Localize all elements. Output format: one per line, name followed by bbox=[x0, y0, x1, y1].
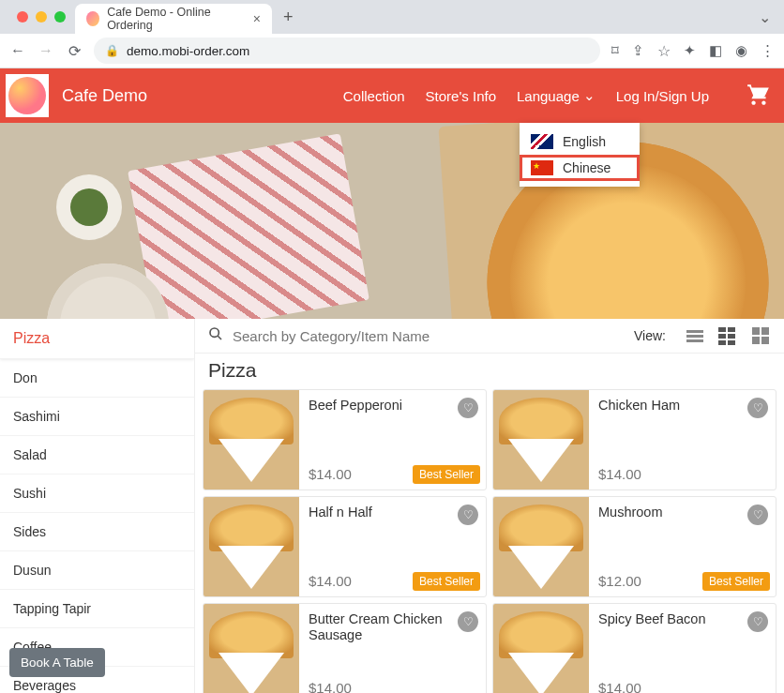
item-price: $14.00 bbox=[309, 680, 476, 693]
item-price: $14.00 bbox=[598, 466, 766, 482]
favorite-button[interactable]: ♡ bbox=[458, 505, 478, 525]
bookmark-icon[interactable]: ☆ bbox=[657, 42, 671, 60]
search-bar: View: bbox=[195, 319, 784, 354]
item-name: Chicken Ham bbox=[598, 398, 766, 414]
item-name: Butter Cream Chicken Sausage bbox=[309, 611, 476, 644]
reload-button[interactable]: ⟳ bbox=[66, 42, 83, 60]
lang-english-label: English bbox=[563, 134, 606, 149]
item-card[interactable]: Mushroom $12.00 ♡ Best Seller bbox=[492, 496, 776, 597]
logo-icon bbox=[8, 77, 46, 114]
item-name: Mushroom bbox=[598, 505, 766, 520]
tab-bar: Cafe Demo - Online Ordering × + ⌄ bbox=[0, 0, 784, 34]
key-icon[interactable]: ⌑ bbox=[611, 42, 619, 59]
lang-chinese-label: Chinese bbox=[563, 160, 611, 175]
close-window-icon[interactable] bbox=[17, 11, 28, 23]
view-compact-icon[interactable] bbox=[718, 327, 737, 345]
favorite-button[interactable]: ♡ bbox=[458, 398, 478, 418]
category-item[interactable]: Dusun bbox=[0, 551, 194, 590]
category-item[interactable]: Sides bbox=[0, 513, 194, 551]
main-panel: View: Pizza Beef Pepperoni $14.00 ♡ Best… bbox=[195, 319, 784, 693]
cart-button[interactable] bbox=[746, 83, 771, 110]
item-name: Half n Half bbox=[309, 505, 476, 520]
lock-icon: 🔒 bbox=[105, 44, 119, 57]
maximize-window-icon[interactable] bbox=[54, 11, 66, 23]
item-badge: Best Seller bbox=[413, 465, 480, 484]
brand-name[interactable]: Cafe Demo bbox=[62, 86, 147, 106]
flag-uk-icon bbox=[531, 134, 553, 149]
menu-icon[interactable]: ⋮ bbox=[761, 42, 775, 59]
profile-icon[interactable]: ◉ bbox=[735, 42, 747, 59]
hero-napkin bbox=[128, 133, 369, 319]
items-grid: Beef Pepperoni $14.00 ♡ Best Seller Chic… bbox=[195, 389, 784, 693]
search-icon bbox=[208, 326, 223, 345]
tabs-overflow-icon[interactable]: ⌄ bbox=[746, 8, 784, 26]
nav-language-label: Language bbox=[517, 88, 580, 104]
item-name: Spicy Beef Bacon bbox=[598, 611, 766, 627]
url-field[interactable]: 🔒 demo.mobi-order.com bbox=[94, 38, 600, 64]
url-text: demo.mobi-order.com bbox=[127, 44, 249, 58]
minimize-window-icon[interactable] bbox=[36, 11, 47, 23]
extensions-icon[interactable]: ✦ bbox=[684, 42, 696, 59]
item-badge: Best Seller bbox=[413, 572, 480, 591]
lang-option-english[interactable]: English bbox=[520, 128, 640, 155]
item-card[interactable]: Butter Cream Chicken Sausage $14.00 ♡ bbox=[203, 603, 487, 693]
chevron-down-icon: ⌄ bbox=[583, 87, 596, 104]
item-badge: Best Seller bbox=[702, 572, 770, 591]
item-thumbnail bbox=[204, 604, 299, 693]
favorite-button[interactable]: ♡ bbox=[747, 398, 768, 418]
item-name: Beef Pepperoni bbox=[309, 398, 476, 414]
item-thumbnail bbox=[493, 390, 589, 490]
item-card[interactable]: Spicy Beef Bacon $14.00 ♡ bbox=[492, 603, 776, 693]
category-item[interactable]: Don bbox=[0, 359, 194, 398]
item-card[interactable]: Chicken Ham $14.00 ♡ bbox=[492, 389, 776, 490]
nav-store-info[interactable]: Store's Info bbox=[426, 88, 496, 104]
section-title: Pizza bbox=[195, 354, 784, 389]
item-card[interactable]: Beef Pepperoni $14.00 ♡ Best Seller bbox=[203, 389, 487, 490]
favorite-button[interactable]: ♡ bbox=[458, 611, 478, 632]
category-item[interactable]: Sushi bbox=[0, 475, 194, 513]
tab-title: Cafe Demo - Online Ordering bbox=[107, 6, 242, 32]
hero-banner bbox=[0, 123, 784, 319]
flag-cn-icon bbox=[531, 160, 553, 175]
site-header: Cafe Demo Collection Store's Info Langua… bbox=[0, 68, 784, 123]
favicon-icon bbox=[86, 11, 99, 26]
svg-line-1 bbox=[218, 336, 221, 339]
share-icon[interactable]: ⇪ bbox=[632, 42, 644, 59]
favorite-button[interactable]: ♡ bbox=[747, 505, 768, 525]
close-tab-icon[interactable]: × bbox=[253, 11, 261, 26]
view-list-icon[interactable] bbox=[686, 330, 703, 342]
item-price: $14.00 bbox=[598, 680, 766, 693]
address-bar: ← → ⟳ 🔒 demo.mobi-order.com ⌑ ⇪ ☆ ✦ ◧ ◉ … bbox=[0, 34, 784, 68]
hero-plant bbox=[56, 174, 122, 240]
language-dropdown: English Chinese bbox=[520, 123, 640, 187]
site-logo[interactable] bbox=[4, 72, 51, 119]
window-controls bbox=[8, 11, 75, 23]
item-thumbnail bbox=[493, 497, 589, 596]
nav-collection[interactable]: Collection bbox=[343, 88, 405, 104]
category-item[interactable]: Salad bbox=[0, 436, 194, 475]
category-item[interactable]: Pizza bbox=[0, 319, 194, 359]
nav-login[interactable]: Log In/Sign Up bbox=[616, 88, 709, 104]
back-button[interactable]: ← bbox=[9, 42, 26, 59]
book-table-button[interactable]: Book A Table bbox=[9, 648, 105, 677]
lang-option-chinese[interactable]: Chinese bbox=[520, 155, 640, 181]
item-thumbnail bbox=[204, 497, 299, 596]
view-label: View: bbox=[634, 328, 666, 343]
forward-button: → bbox=[38, 42, 54, 59]
new-tab-button[interactable]: + bbox=[272, 8, 305, 27]
item-card[interactable]: Half n Half $14.00 ♡ Best Seller bbox=[203, 496, 487, 597]
panel-icon[interactable]: ◧ bbox=[709, 42, 722, 59]
content-area: Pizza Don Sashimi Salad Sushi Sides Dusu… bbox=[0, 319, 784, 693]
item-thumbnail bbox=[204, 390, 299, 490]
nav-language[interactable]: Language ⌄ bbox=[517, 87, 596, 104]
svg-point-0 bbox=[210, 328, 219, 337]
category-item[interactable]: Tapping Tapir bbox=[0, 590, 194, 628]
nav-links: Collection Store's Info Language ⌄ Log I… bbox=[343, 83, 771, 110]
category-item[interactable]: Sashimi bbox=[0, 398, 194, 436]
favorite-button[interactable]: ♡ bbox=[747, 611, 768, 632]
browser-tab[interactable]: Cafe Demo - Online Ordering × bbox=[75, 4, 272, 34]
view-grid-icon[interactable] bbox=[752, 327, 771, 344]
cart-icon bbox=[746, 94, 771, 110]
search-input[interactable] bbox=[233, 328, 625, 344]
browser-chrome: Cafe Demo - Online Ordering × + ⌄ ← → ⟳ … bbox=[0, 0, 784, 68]
